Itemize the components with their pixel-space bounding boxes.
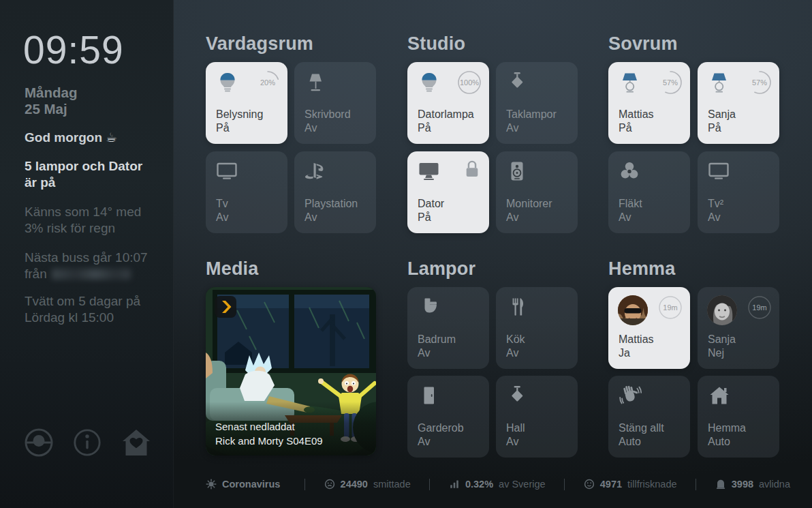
tile-label: Mattias — [619, 333, 685, 346]
vacuum-robot-icon[interactable] — [23, 427, 54, 458]
cutlery-icon — [505, 295, 529, 321]
tile-state: Av — [304, 211, 371, 224]
tile-label: Sanja — [708, 333, 774, 346]
sidebar: 09:59 Måndag 25 Maj God morgon ☕ 5 lampo… — [0, 0, 174, 508]
tile-hemma-auto[interactable]: HemmaAuto — [698, 376, 779, 458]
tile-label: Mattias — [619, 108, 685, 121]
tile-state: Av — [418, 346, 484, 360]
tile-label: Datorlampa — [418, 108, 484, 121]
stat-percent: 0.32%av Sverige — [449, 479, 546, 490]
door-icon — [417, 384, 440, 410]
tile-state: Av — [506, 346, 572, 360]
sad-face-icon — [324, 479, 335, 490]
tile-mattias-lampa[interactable]: 57% MattiasPå — [608, 62, 690, 144]
brightness-value: 100% — [456, 70, 482, 95]
section-title-studio: Studio — [407, 33, 465, 55]
tile-label: Hall — [506, 421, 572, 435]
tile-flakt[interactable]: FläktAv — [608, 151, 690, 233]
statusbar-divider — [564, 479, 565, 490]
stat-title: Coronavirus — [222, 479, 280, 490]
stat-label: avlidna — [759, 479, 790, 490]
tile-hall[interactable]: HallAv — [496, 376, 578, 458]
home-heart-icon[interactable] — [120, 428, 153, 458]
dashboard: 09:59 Måndag 25 Maj God morgon ☕ 5 lampo… — [0, 0, 812, 508]
tile-tv2[interactable]: Tv²Av — [698, 151, 779, 233]
media-tile[interactable]: Senast nedladdat Rick and Morty S04E09 — [206, 287, 376, 455]
brightness-ring: 57% — [657, 70, 683, 95]
tile-monitorer[interactable]: MonitorerAv — [496, 151, 578, 233]
section-title-hemma: Hemma — [608, 258, 676, 280]
sidebar-icon-row — [23, 427, 153, 458]
statusbar-divider — [304, 479, 305, 490]
playstation-icon — [304, 160, 327, 185]
brightness-ring: 57% — [747, 70, 772, 95]
tile-skrivbord[interactable]: SkrivbordAv — [294, 62, 376, 144]
date: Måndag 25 Maj — [25, 85, 77, 117]
tile-stang-allt[interactable]: Stäng alltAuto — [608, 376, 690, 458]
tile-label: Tv — [216, 197, 282, 211]
media-caption: Senast nedladdat Rick and Morty S04E09 — [206, 402, 376, 455]
statusbar: Coronavirus 24490smittade 0.32%av Sverig… — [206, 475, 790, 494]
statusbar-divider — [429, 479, 430, 490]
brightness-value: 57% — [747, 70, 772, 95]
tile-presence-mattias[interactable]: 19m MattiasJa — [608, 287, 690, 369]
tv-icon — [707, 160, 730, 185]
stat-value: 4971 — [600, 479, 622, 490]
tile-label: Kök — [506, 333, 572, 346]
tile-label: Monitorer — [506, 197, 572, 211]
tile-label: Fläkt — [619, 197, 685, 211]
devices-status-message: 5 lampor och Dator är på — [25, 158, 158, 191]
tile-kok[interactable]: KökAv — [496, 287, 578, 369]
stat-label: av Sverige — [499, 479, 546, 490]
tile-sanja-lampa[interactable]: 57% SanjaPå — [698, 62, 779, 144]
tile-taklampor[interactable]: TaklamporAv — [496, 62, 578, 144]
tile-dator[interactable]: DatorPå — [407, 151, 489, 233]
media-caption-line1: Senast nedladdat — [215, 419, 366, 434]
stat-label: tillfrisknade — [627, 479, 677, 490]
desk-lamp-icon — [304, 70, 327, 96]
tile-state: På — [708, 121, 774, 135]
tombstone-icon — [715, 479, 726, 490]
bus-from: från — [25, 267, 47, 281]
section-title-media: Media — [206, 258, 259, 280]
tile-state: Auto — [619, 435, 685, 449]
tile-garderob[interactable]: GarderobAv — [407, 376, 489, 458]
presence-badge: 19m — [657, 295, 683, 320]
clock: 09:59 — [23, 27, 124, 72]
tile-label: Dator — [418, 197, 484, 211]
tile-state: Av — [506, 121, 572, 135]
stat-label: smittade — [373, 479, 411, 490]
tile-label: Sanja — [708, 108, 774, 121]
tile-state: Av — [418, 435, 484, 449]
stat-infected: 24490smittade — [324, 479, 411, 490]
bus-info: Nästa buss går 10:07 från — [25, 250, 162, 282]
happy-face-icon — [584, 479, 595, 490]
tile-state: På — [619, 121, 685, 135]
tile-label: Hemma — [708, 421, 774, 435]
stat-coronavirus: Coronavirus — [206, 479, 285, 490]
tile-tv[interactable]: TvAv — [206, 151, 287, 233]
redacted-bus-stop — [52, 269, 131, 280]
studio-speaker-icon — [505, 160, 529, 185]
avatar-sanja — [707, 295, 737, 325]
bus-line: Nästa buss går 10:07 — [25, 250, 148, 265]
tile-presence-sanja[interactable]: 19m SanjaNej — [698, 287, 779, 369]
tile-playstation[interactable]: PlaystationAv — [294, 151, 376, 233]
tile-datorlampa[interactable]: 100% DatorlampaPå — [407, 62, 489, 144]
bedside-lamp-icon — [618, 70, 642, 98]
weekday: Måndag — [25, 85, 77, 101]
stat-value: 0.32% — [465, 479, 493, 490]
brightness-ring: 100% — [456, 70, 482, 95]
tile-belysning[interactable]: 20% BelysningPå — [206, 62, 287, 144]
section-title-sovrum: Sovrum — [608, 33, 678, 55]
tile-state: På — [216, 121, 282, 135]
tile-label: Belysning — [216, 108, 282, 121]
tile-label: Skrivbord — [304, 108, 371, 121]
virus-icon — [206, 479, 217, 490]
tile-state: På — [418, 121, 484, 135]
presence-duration: 19m — [657, 295, 683, 320]
brightness-ring: 20% — [255, 70, 281, 95]
tile-state: Nej — [708, 346, 774, 360]
info-icon[interactable] — [72, 428, 102, 458]
tile-badrum[interactable]: BadrumAv — [407, 287, 489, 369]
